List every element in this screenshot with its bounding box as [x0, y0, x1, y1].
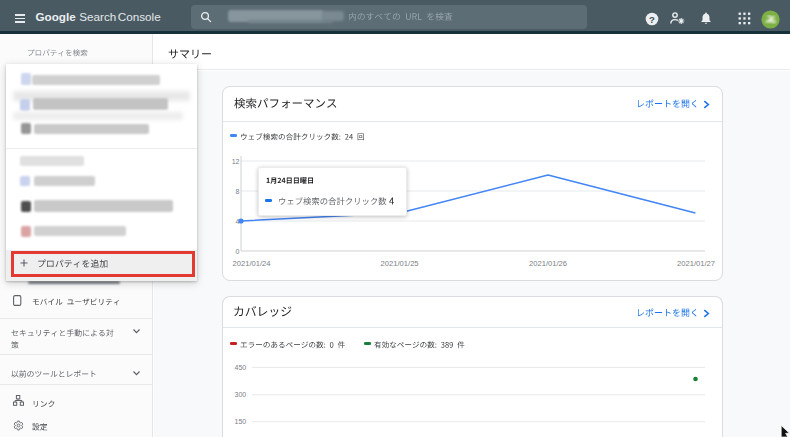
svg-text:?: ?: [649, 13, 655, 24]
